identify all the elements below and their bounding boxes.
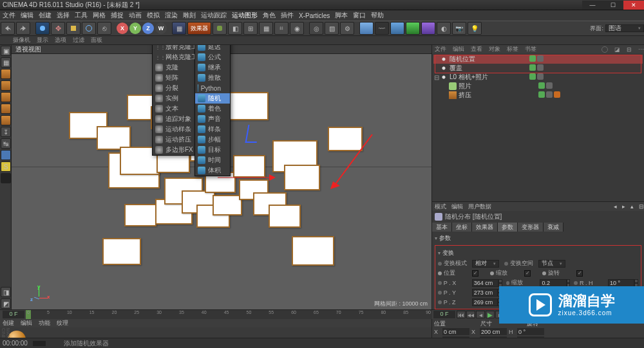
photo-card[interactable] — [213, 195, 242, 215]
photo-card[interactable] — [284, 165, 320, 190]
vp-tab-options[interactable]: 选项 — [55, 36, 66, 44]
vp-tab-filter[interactable]: 过滤 — [73, 36, 84, 44]
attr-nav-up-icon[interactable]: ▴ — [630, 203, 634, 210]
tool-e-button[interactable]: ⌗ — [274, 22, 289, 35]
z-axis-lock[interactable]: Z — [142, 23, 154, 34]
transform-mode-select[interactable]: 相对 — [472, 260, 499, 268]
photo-card[interactable] — [269, 205, 301, 228]
om-opt3-icon[interactable]: ⋯ — [638, 46, 644, 53]
deformer-group-button[interactable] — [421, 22, 435, 35]
object-manager[interactable]: 随机位置 覆盖 ⊟ L0 相机+照片 照片 — [432, 53, 644, 201]
om-search-icon[interactable] — [601, 46, 608, 53]
om-row-cover[interactable]: 覆盖 — [433, 64, 643, 73]
edge-mode-button[interactable] — [1, 104, 11, 114]
layout-select[interactable]: 图语 — [605, 24, 644, 32]
sect-transform[interactable]: 变换 — [438, 248, 638, 259]
eff-time[interactable]: 时间 — [195, 155, 230, 165]
mat-create[interactable]: 创建 — [3, 319, 14, 327]
polygon-mode-button[interactable] — [1, 115, 11, 125]
menu-xparticles[interactable]: X-Particles — [299, 12, 330, 19]
frame-current-input[interactable]: 0 F — [433, 311, 455, 318]
eff-inherit[interactable]: 继承 — [195, 62, 230, 73]
effector-button[interactable]: 效果器 — [187, 22, 211, 35]
menu-render[interactable]: 渲染 — [165, 11, 178, 20]
photo-card[interactable] — [328, 127, 363, 151]
viewport[interactable]: 透视视图 y x z 网格间距 : 10000 cm 运动图形选集 — [12, 45, 431, 309]
prev-frame-button[interactable]: ◂ — [476, 311, 485, 318]
om-opt2-icon[interactable]: ⊟ — [627, 46, 632, 53]
x-axis-lock[interactable]: X — [117, 23, 128, 34]
menu-sculpt[interactable]: 雕刻 — [183, 11, 196, 20]
viewport-solo-button[interactable]: ↹ — [1, 138, 11, 149]
primitive-group-button[interactable] — [359, 22, 374, 35]
play-fwd-button[interactable]: ▶ — [486, 311, 495, 318]
move-tool-button[interactable]: ✥ — [51, 22, 65, 35]
render-settings-button[interactable]: ⚙ — [340, 22, 354, 35]
scale-tool-button[interactable] — [66, 22, 80, 35]
rotation-checkbox[interactable] — [576, 270, 583, 277]
menu-simulate[interactable]: 模拟 — [147, 11, 160, 20]
environment-group-button[interactable]: ◐ — [437, 22, 451, 35]
photo-card[interactable] — [233, 155, 265, 178]
eff-volume[interactable]: 体积 — [195, 165, 230, 176]
eff-random[interactable]: 随机 — [195, 93, 230, 104]
tool-a-button[interactable] — [213, 22, 227, 35]
menu-plugins[interactable]: 插件 — [281, 11, 294, 20]
sect-parameter[interactable]: 参数 — [435, 233, 641, 244]
frame-start-input[interactable]: 0 F — [3, 311, 24, 318]
size-x-input[interactable]: 200 cm — [480, 328, 507, 335]
make-editable-button[interactable]: ▣ — [1, 46, 11, 56]
rh-input[interactable]: 10 ° — [608, 279, 634, 287]
attr-nav-back-icon[interactable]: ◂ — [614, 203, 617, 210]
menu-character[interactable]: 角色 — [263, 11, 276, 20]
live-select-button[interactable] — [35, 22, 50, 35]
tab-falloff[interactable]: 衰减 — [544, 223, 564, 232]
tool-d-button[interactable]: ▦ — [259, 22, 273, 35]
tab-deformer[interactable]: 变形器 — [518, 223, 544, 232]
y-axis-lock[interactable]: Y — [129, 23, 141, 34]
render-view-button[interactable]: ▦ — [172, 22, 186, 35]
tab-parameter[interactable]: 参数 — [498, 223, 518, 232]
light-group-button[interactable]: 💡 — [468, 22, 482, 35]
om-bookmarks[interactable]: 书签 — [525, 45, 536, 53]
coord-system-button[interactable]: W — [155, 23, 167, 34]
menu-edit[interactable]: 编辑 — [21, 11, 33, 20]
model-mode-button[interactable]: ▦ — [1, 57, 11, 68]
menu-help[interactable]: 帮助 — [371, 11, 384, 20]
timeline-track[interactable]: 051015202530354045505560657075808590 — [26, 310, 432, 319]
attr-edit[interactable]: 编辑 — [451, 203, 463, 211]
mat-edit[interactable]: 编辑 — [21, 319, 32, 327]
om-row-random[interactable]: 随机位置 — [433, 55, 643, 64]
tool-c-button[interactable]: ⊞ — [243, 22, 258, 35]
corner-a-button[interactable]: ◨ — [1, 287, 11, 297]
last-tool-button[interactable]: ⎋ — [97, 22, 111, 35]
eff-formula[interactable]: 公式 — [195, 52, 230, 62]
effector-submenu[interactable]: 群组 COFFEE 延迟 公式 继承 推散 Python 随机 着色 声音 样条… — [194, 45, 231, 176]
mat-texture[interactable]: 纹理 — [57, 319, 68, 327]
eff-python[interactable]: Python — [195, 83, 230, 93]
vp-tab-cameras[interactable]: 摄像机 — [13, 36, 30, 44]
rot-h-input[interactable]: 0 ° — [517, 328, 544, 335]
camera-group-button[interactable]: 📷 — [452, 22, 466, 35]
menu-mesh[interactable]: 网格 — [93, 11, 106, 20]
sx-input[interactable]: 0.2 — [540, 279, 566, 287]
render-region-button[interactable]: ▧ — [325, 22, 339, 35]
om-row-extrude[interactable]: 挤压 — [433, 91, 643, 100]
photo-card[interactable] — [102, 238, 141, 265]
goto-start-button[interactable]: ⏮ — [457, 311, 466, 318]
menu-create[interactable]: 创建 — [39, 11, 52, 20]
tab-effector[interactable]: 效果器 — [472, 223, 498, 232]
prev-key-button[interactable]: ◂◂ — [466, 311, 475, 318]
spline-group-button[interactable]: 〰 — [375, 22, 389, 35]
tab-coord[interactable]: 坐标 — [452, 223, 472, 232]
om-objects[interactable]: 对象 — [489, 45, 500, 53]
menu-animate[interactable]: 动画 — [129, 11, 142, 20]
eff-delay[interactable]: 延迟 — [195, 45, 230, 52]
attr-mode[interactable]: 模式 — [435, 203, 446, 211]
py-input[interactable]: 273 cm — [472, 289, 498, 297]
om-row-photo[interactable]: 照片 — [433, 82, 643, 91]
attr-nav-fwd-icon[interactable]: ▸ — [622, 203, 625, 210]
menu-mograph[interactable]: 运动图形 — [232, 11, 258, 20]
eff-spline[interactable]: 样条 — [195, 124, 230, 134]
pos-x-input[interactable]: 0 cm — [442, 328, 469, 335]
